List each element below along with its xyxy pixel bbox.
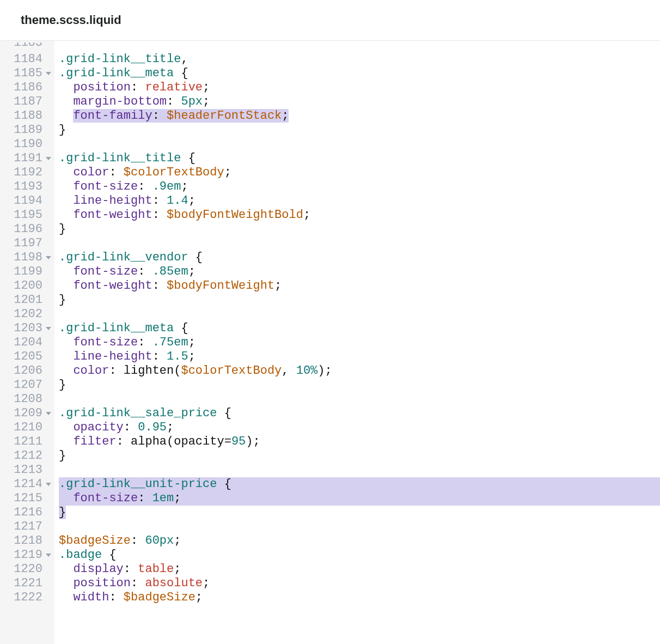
code-line[interactable] [59, 307, 660, 321]
line-number: 1221 [0, 576, 54, 591]
line-number: 1218 [0, 534, 54, 548]
code-line[interactable]: font-size: .9em; [59, 180, 660, 194]
code-line[interactable] [59, 392, 660, 406]
line-number: 1206 [0, 364, 54, 378]
line-number: 1191 [0, 151, 54, 166]
code-line[interactable]: line-height: 1.5; [59, 350, 660, 364]
line-number: 1222 [0, 591, 54, 605]
fold-toggle-icon[interactable] [46, 256, 51, 259]
code-line[interactable]: .grid-link__meta { [59, 321, 660, 336]
line-number: 1195 [0, 208, 54, 222]
line-number: 1184 [0, 52, 54, 66]
fold-toggle-icon[interactable] [46, 554, 51, 557]
line-number: 1193 [0, 180, 54, 194]
line-number: 1200 [0, 279, 54, 293]
line-number: 1185 [0, 66, 54, 81]
line-number: 1199 [0, 265, 54, 279]
code-line[interactable]: filter: alpha(opacity=95); [59, 435, 660, 449]
code-line[interactable]: } [59, 123, 660, 137]
code-line[interactable]: display: table; [59, 562, 660, 576]
line-number: 1215 [0, 491, 54, 506]
code-line[interactable]: position: relative; [59, 81, 660, 95]
line-number: 1186 [0, 81, 54, 95]
line-number: 1217 [0, 520, 54, 534]
code-line[interactable]: } [59, 449, 660, 463]
fold-toggle-icon[interactable] [46, 412, 51, 415]
line-number: 1197 [0, 236, 54, 251]
code-line[interactable]: opacity: 0.95; [59, 421, 660, 435]
highlighted-text: } [59, 506, 66, 519]
code-line[interactable] [59, 463, 660, 477]
line-number: 1205 [0, 350, 54, 364]
highlighted-text: font-family: $headerFontStack; [73, 109, 289, 123]
code-line[interactable] [59, 520, 660, 534]
code-line[interactable]: .grid-link__unit-price { [59, 477, 660, 491]
code-line[interactable]: } [59, 378, 660, 392]
line-number: 1219 [0, 548, 54, 562]
line-number: 1208 [0, 392, 54, 406]
line-number: 1183 [0, 42, 54, 52]
code-line[interactable]: } [59, 506, 660, 520]
line-number: 1196 [0, 222, 54, 236]
line-number: 1203 [0, 321, 54, 336]
line-number: 1201 [0, 293, 54, 307]
line-number: 1188 [0, 109, 54, 123]
code-line[interactable]: .badge { [59, 548, 660, 562]
code-line[interactable]: font-size: .85em; [59, 265, 660, 279]
code-line[interactable]: $badgeSize: 60px; [59, 534, 660, 548]
line-number: 1214 [0, 477, 54, 491]
code-line[interactable]: .grid-link__sale_price { [59, 406, 660, 421]
fold-toggle-icon[interactable] [46, 327, 51, 330]
line-number: 1202 [0, 307, 54, 321]
code-line[interactable]: margin-bottom: 5px; [59, 95, 660, 109]
code-line[interactable]: line-height: 1.4; [59, 194, 660, 208]
code-line[interactable]: font-weight: $bodyFontWeightBold; [59, 208, 660, 222]
code-line[interactable]: color: $colorTextBody; [59, 166, 660, 180]
fold-toggle-icon[interactable] [46, 157, 51, 160]
line-number: 1212 [0, 449, 54, 463]
code-line[interactable]: .grid-link__title { [59, 151, 660, 166]
line-number: 1211 [0, 435, 54, 449]
tab-bar: theme.scss.liquid [0, 0, 660, 41]
line-number: 1194 [0, 194, 54, 208]
line-number: 1190 [0, 137, 54, 151]
line-number: 1209 [0, 406, 54, 421]
code-line[interactable]: .grid-link__title, [59, 52, 660, 66]
code-line[interactable]: } [59, 222, 660, 236]
code-line[interactable]: width: $badgeSize; [59, 591, 660, 605]
line-number: 1213 [0, 463, 54, 477]
line-number: 1187 [0, 95, 54, 109]
code-line[interactable]: .grid-link__vendor { [59, 251, 660, 265]
line-number: 1198 [0, 251, 54, 265]
line-number: 1192 [0, 166, 54, 180]
fold-toggle-icon[interactable] [46, 72, 51, 75]
file-tab[interactable]: theme.scss.liquid [21, 13, 121, 27]
line-number: 1210 [0, 421, 54, 435]
line-number: 1207 [0, 378, 54, 392]
code-line[interactable]: font-size: .75em; [59, 336, 660, 350]
line-number-gutter: 1183118411851186118711881189119011911192… [0, 41, 54, 644]
code-area[interactable]: .grid-link__title,.grid-link__meta { pos… [54, 41, 660, 644]
code-line[interactable] [59, 137, 660, 151]
line-number: 1220 [0, 562, 54, 576]
code-line[interactable]: font-weight: $bodyFontWeight; [59, 279, 660, 293]
line-number: 1216 [0, 506, 54, 520]
code-line[interactable]: } [59, 293, 660, 307]
line-number: 1204 [0, 336, 54, 350]
code-line[interactable]: font-family: $headerFontStack; [59, 109, 660, 123]
code-line[interactable]: color: lighten($colorTextBody, 10%); [59, 364, 660, 378]
code-line[interactable]: font-size: 1em; [59, 491, 660, 506]
line-number: 1189 [0, 123, 54, 137]
code-line[interactable] [59, 236, 660, 251]
code-line[interactable]: position: absolute; [59, 576, 660, 591]
fold-toggle-icon[interactable] [46, 483, 51, 486]
code-line[interactable]: .grid-link__meta { [59, 66, 660, 81]
code-line[interactable] [59, 42, 660, 52]
code-editor[interactable]: 1183118411851186118711881189119011911192… [0, 41, 660, 644]
